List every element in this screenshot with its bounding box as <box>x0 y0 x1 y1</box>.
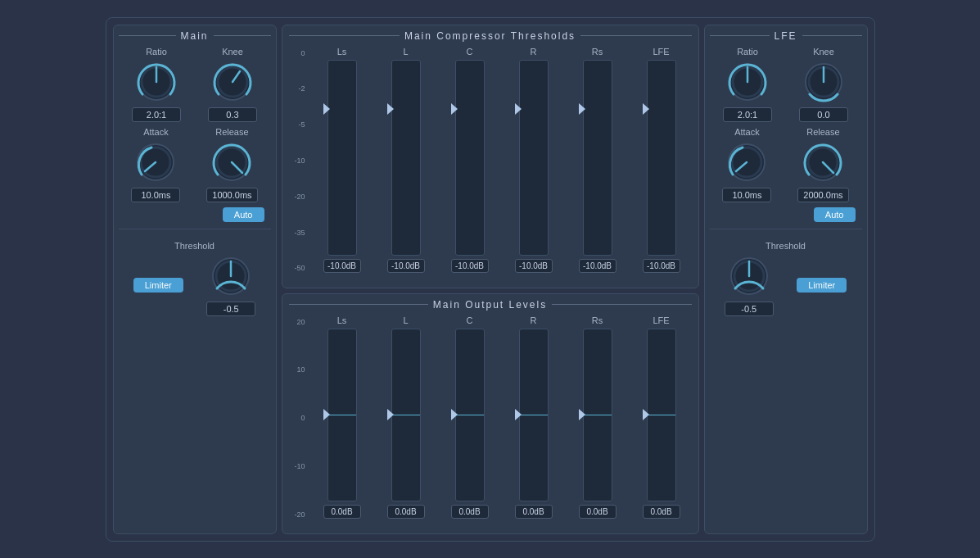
main-auto-button[interactable]: Auto <box>223 207 264 222</box>
main-limiter-button[interactable]: Limiter <box>133 278 183 293</box>
compressor-title: Main Compressor Thresholds <box>289 30 692 42</box>
out-fader-thumb-rs[interactable] <box>579 409 585 420</box>
out-fader-line-ls <box>328 415 356 415</box>
out-fader-line-rs <box>584 415 612 415</box>
plugin-container: Main Ratio 2.0:1 Knee <box>106 17 875 542</box>
out-fader-track-ls[interactable] <box>327 329 357 501</box>
lfe-threshold-knob[interactable] <box>727 254 771 298</box>
chan-label-ls: Ls <box>337 47 347 57</box>
out-chan-label-lfe: LFE <box>653 315 669 325</box>
output-section: Main Output Levels 20 10 0 -10 -20 Ls 0.… <box>282 293 699 534</box>
main-divider <box>119 229 271 229</box>
out-fader-track-c[interactable] <box>455 329 485 501</box>
main-release-label: Release <box>215 127 248 137</box>
main-release-knob[interactable] <box>210 140 254 184</box>
out-fader-thumb-r[interactable] <box>515 409 522 420</box>
chan-label-r: R <box>531 47 537 57</box>
lfe-threshold-value[interactable]: -0.5 <box>725 302 774 316</box>
main-attack-knob[interactable] <box>133 140 178 184</box>
fader-thumb-c[interactable] <box>451 103 458 115</box>
lfe-ratio-value[interactable]: 2.0:1 <box>723 107 772 122</box>
out-fader-track-r[interactable] <box>519 329 549 501</box>
compressor-fader-area: 0 -2 -5 -10 -20 -35 -50 Ls -10.0dB <box>289 47 692 273</box>
main-knee-label: Knee <box>222 47 243 57</box>
out-fader-value-l[interactable]: 0.0dB <box>387 505 425 519</box>
main-panel: Main Ratio 2.0:1 Knee <box>113 25 277 534</box>
lfe-knee-group: Knee 0.0 <box>799 47 848 122</box>
fader-thumb-lfe[interactable] <box>643 103 649 115</box>
main-threshold-section: Threshold Limiter -0.5 <box>119 236 271 321</box>
chan-label-c: C <box>467 47 473 57</box>
lfe-attack-label: Attack <box>734 127 760 137</box>
lfe-knee-value[interactable]: 0.0 <box>799 107 848 122</box>
main-attack-value[interactable]: 10.0ms <box>131 188 180 202</box>
main-threshold-knob-group: -0.5 <box>206 254 255 316</box>
out-fader-value-c[interactable]: 0.0dB <box>451 505 489 519</box>
lfe-attack-value[interactable]: 10.0ms <box>722 188 771 202</box>
lfe-release-knob[interactable] <box>801 140 845 184</box>
out-fader-thumb-ls[interactable] <box>323 409 330 420</box>
out-fader-thumb-c[interactable] <box>451 409 458 420</box>
lfe-ratio-knob[interactable] <box>725 60 770 104</box>
out-chan-label-rs: Rs <box>592 315 603 325</box>
fader-value-l[interactable]: -10.0dB <box>387 259 425 273</box>
fader-value-ls[interactable]: -10.0dB <box>323 259 361 273</box>
lfe-release-value[interactable]: 2000.0ms <box>797 188 848 202</box>
main-threshold-value[interactable]: -0.5 <box>206 302 255 316</box>
main-knee-knob[interactable] <box>210 60 255 104</box>
fader-track-rs[interactable] <box>583 60 612 256</box>
main-threshold-knob[interactable] <box>209 254 253 298</box>
out-fader-thumb-l[interactable] <box>387 409 394 420</box>
fader-col-l: L -10.0dB <box>376 47 436 273</box>
output-title: Main Output Levels <box>289 299 692 311</box>
fader-value-rs[interactable]: -10.0dB <box>579 259 616 273</box>
chan-label-rs: Rs <box>592 47 603 57</box>
out-fader-value-ls[interactable]: 0.0dB <box>323 505 361 519</box>
out-fader-line-c <box>456 415 484 415</box>
fader-thumb-r[interactable] <box>515 103 522 115</box>
lfe-divider <box>710 229 862 229</box>
out-fader-thumb-lfe[interactable] <box>643 409 649 420</box>
lfe-ratio-group: Ratio 2.0:1 <box>723 47 772 122</box>
out-fader-track-rs[interactable] <box>583 329 612 501</box>
fader-thumb-rs[interactable] <box>579 103 585 115</box>
fader-track-l[interactable] <box>391 60 421 256</box>
fader-thumb-l[interactable] <box>387 103 394 115</box>
out-fader-value-r[interactable]: 0.0dB <box>515 505 553 519</box>
out-fader-value-rs[interactable]: 0.0dB <box>579 505 616 519</box>
main-release-value[interactable]: 1000.0ms <box>206 188 257 202</box>
fader-track-c[interactable] <box>455 60 485 256</box>
fader-col-c: C -10.0dB <box>440 47 500 273</box>
fader-value-lfe[interactable]: -10.0dB <box>643 259 680 273</box>
lfe-auto-button[interactable]: Auto <box>814 207 856 222</box>
main-release-group: Release 1000.0ms <box>206 127 257 202</box>
lfe-release-group: Release 2000.0ms <box>797 127 848 202</box>
fader-track-ls[interactable] <box>327 60 357 256</box>
fader-value-c[interactable]: -10.0dB <box>451 259 489 273</box>
fader-value-r[interactable]: -10.0dB <box>515 259 553 273</box>
main-panel-title: Main <box>119 30 271 42</box>
lfe-knee-knob[interactable] <box>802 60 846 104</box>
main-threshold-label: Threshold <box>174 241 215 251</box>
lfe-attack-group: Attack 10.0ms <box>722 127 771 202</box>
chan-label-lfe: LFE <box>653 47 669 57</box>
main-ratio-value[interactable]: 2.0:1 <box>132 107 181 122</box>
main-knee-group: Knee 0.3 <box>208 47 257 122</box>
out-fader-track-l[interactable] <box>391 329 421 501</box>
output-fader-area: 20 10 0 -10 -20 Ls 0.0dB L <box>289 315 692 519</box>
out-fader-col-ls: Ls 0.0dB <box>312 315 373 519</box>
fader-thumb-ls[interactable] <box>323 103 330 115</box>
out-fader-line-l <box>392 415 420 415</box>
lfe-limiter-button[interactable]: Limiter <box>797 278 847 293</box>
compressor-scale: 0 -2 -5 -10 -20 -35 -50 <box>289 47 309 273</box>
fader-track-lfe[interactable] <box>647 60 676 256</box>
chan-label-l: L <box>403 47 408 57</box>
out-fader-value-lfe[interactable]: 0.0dB <box>643 505 680 519</box>
fader-track-r[interactable] <box>519 60 549 256</box>
lfe-attack-knob[interactable] <box>725 140 769 184</box>
out-fader-track-lfe[interactable] <box>647 329 676 501</box>
main-ratio-knob[interactable] <box>134 60 178 104</box>
out-fader-col-l: L 0.0dB <box>376 315 436 519</box>
main-knee-value[interactable]: 0.3 <box>208 107 257 122</box>
main-attack-group: Attack 10.0ms <box>131 127 180 202</box>
